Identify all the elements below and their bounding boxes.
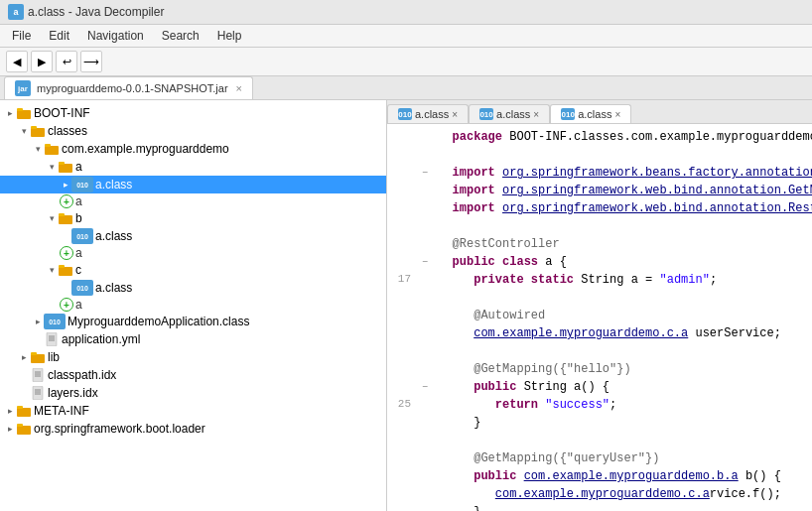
toolbar-btn-undo[interactable]: ↩	[56, 51, 77, 72]
tree-node-label-classpath-idx: classpath.idx	[48, 368, 116, 382]
tree-expand-b-class[interactable]	[60, 230, 71, 242]
line-gutter-11	[419, 324, 431, 342]
tree-node-b-folder[interactable]: ▾b	[0, 209, 386, 227]
code-line-3: import org.springframework.web.bind.anno…	[387, 182, 812, 199]
tree-expand-com-example[interactable]: ▾	[32, 143, 44, 155]
line-number-10	[391, 307, 419, 324]
tree-expand-b-folder[interactable]: ▾	[46, 212, 58, 224]
tree-node-classpath-idx[interactable]: classpath.idx	[0, 366, 386, 384]
tree-expand-classes[interactable]: ▾	[18, 125, 30, 137]
line-gutter-7[interactable]: −	[419, 253, 431, 271]
tree-node-meta-inf[interactable]: ▸META-INF	[0, 402, 386, 420]
tree-node-lib[interactable]: ▸lib	[0, 348, 386, 366]
tree-node-classes[interactable]: ▾classes	[0, 122, 386, 140]
code-line-2: − import org.springframework.beans.facto…	[387, 164, 812, 182]
menu-item-file[interactable]: File	[4, 27, 39, 45]
folder-icon	[44, 141, 60, 157]
tree-expand-meta-inf[interactable]: ▸	[4, 405, 16, 417]
editor-tab-tab2[interactable]: 010a.class×	[469, 104, 550, 123]
line-number-8: 17	[391, 271, 419, 289]
tree-node-com-example[interactable]: ▾com.example.myproguarddemo	[0, 140, 386, 158]
tree-node-b-dot[interactable]: +a	[0, 245, 386, 261]
line-content-9	[431, 289, 808, 307]
line-number-13	[391, 360, 419, 378]
svg-rect-11	[59, 265, 65, 268]
toolbar-btn-forward[interactable]: ▶	[31, 51, 53, 72]
tree-node-org-spring[interactable]: ▸org.springframework.boot.loader	[0, 420, 386, 438]
tree-expand-boot-inf[interactable]: ▸	[4, 107, 16, 119]
menu-item-edit[interactable]: Edit	[41, 27, 77, 45]
tab-label-tab2: a.class	[496, 108, 530, 120]
tab-close-tab3[interactable]: ×	[614, 109, 620, 120]
code-editor: package BOOT-INF.classes.com.example.myp…	[387, 124, 812, 511]
editor-tab-tab3[interactable]: 010a.class×	[550, 104, 631, 123]
tree-expand-a-folder[interactable]: ▾	[46, 161, 58, 173]
code-line-20: com.example.myproguarddemo.c.arvice.f();	[387, 485, 812, 503]
menu-item-search[interactable]: Search	[154, 27, 207, 45]
line-content-10: @Autowired	[431, 307, 808, 324]
code-line-10: @Autowired	[387, 307, 812, 324]
svg-rect-12	[47, 332, 57, 346]
svg-rect-3	[31, 126, 37, 129]
tree-node-a-folder[interactable]: ▾a	[0, 158, 386, 176]
menu-item-navigation[interactable]: Navigation	[79, 27, 152, 45]
tab-label-tab3: a.class	[578, 108, 611, 120]
line-gutter-2[interactable]: −	[419, 164, 431, 182]
tree-expand-a-class[interactable]: ▸	[60, 179, 71, 191]
svg-rect-26	[17, 408, 31, 417]
editor-tab-tab1[interactable]: 010a.class×	[387, 104, 469, 123]
line-number-9	[391, 289, 419, 307]
toolbar-btn-redo[interactable]: ⟶	[80, 51, 102, 72]
project-tab-close[interactable]: ×	[236, 82, 242, 94]
line-content-19: public com.example.myproguarddemo.b.a b(…	[431, 467, 808, 485]
project-tab-label: myproguarddemo-0.0.1-SNAPSHOT.jar	[37, 82, 228, 94]
tree-expand-myproguard-class[interactable]: ▸	[32, 316, 44, 327]
tree-node-layers-idx[interactable]: layers.idx	[0, 384, 386, 402]
line-gutter-12	[419, 342, 431, 360]
line-number-3	[391, 182, 419, 199]
line-content-4: import org.springframework.web.bind.anno…	[431, 199, 812, 217]
tree-node-boot-inf[interactable]: ▸BOOT-INF	[0, 104, 386, 122]
tree-expand-application-yml[interactable]	[32, 333, 44, 345]
line-content-12	[431, 342, 808, 360]
line-content-7: public class a {	[431, 253, 808, 271]
line-gutter-1	[419, 146, 431, 164]
svg-rect-18	[33, 368, 43, 382]
tree-node-c-class[interactable]: 010a.class	[0, 279, 386, 297]
tree-expand-layers-idx[interactable]	[18, 387, 30, 399]
line-gutter-10	[419, 307, 431, 324]
tab-label-tab1: a.class	[415, 108, 449, 120]
tree-expand-c-folder[interactable]: ▾	[46, 264, 58, 276]
tree-expand-org-spring[interactable]: ▸	[4, 423, 16, 435]
tab-close-tab1[interactable]: ×	[452, 109, 458, 120]
line-number-12	[391, 342, 419, 360]
line-gutter-18	[419, 449, 431, 467]
tree-node-c-dot[interactable]: +a	[0, 297, 386, 313]
menu-item-help[interactable]: Help	[209, 27, 250, 45]
tree-node-b-class[interactable]: 010a.class	[0, 227, 386, 245]
tree-expand-classpath-idx[interactable]	[18, 369, 30, 381]
tab-close-tab2[interactable]: ×	[533, 109, 539, 120]
line-content-3: import org.springframework.web.bind.anno…	[431, 182, 812, 199]
svg-rect-9	[59, 213, 65, 216]
tab-class-icon-tab3: 010	[561, 108, 575, 120]
tree-node-myproguard-class[interactable]: ▸010MyproguarddemoApplication.class	[0, 313, 386, 330]
line-number-7	[391, 253, 419, 271]
line-gutter-5	[419, 217, 431, 235]
tree-node-label-a-class: a.class	[95, 178, 132, 192]
tree-node-a-dot[interactable]: +a	[0, 193, 386, 209]
tree-node-c-folder[interactable]: ▾c	[0, 261, 386, 279]
tree-node-label-classes: classes	[48, 124, 87, 138]
tree-node-application-yml[interactable]: application.yml	[0, 330, 386, 348]
tree-expand-c-class[interactable]	[60, 282, 71, 294]
tree-node-a-class[interactable]: ▸010a.class	[0, 176, 386, 193]
line-gutter-14[interactable]: −	[419, 378, 431, 396]
folder-icon	[58, 262, 73, 278]
tree-expand-lib[interactable]: ▸	[18, 351, 30, 363]
svg-rect-1	[17, 108, 23, 111]
tree-node-label-application-yml: application.yml	[62, 332, 140, 346]
project-tab[interactable]: jar myproguarddemo-0.0.1-SNAPSHOT.jar ×	[4, 76, 253, 99]
svg-rect-0	[17, 110, 31, 119]
toolbar-btn-back[interactable]: ◀	[6, 51, 28, 72]
editor-panel: 010a.class×010a.class×010a.class× packag…	[387, 100, 812, 511]
